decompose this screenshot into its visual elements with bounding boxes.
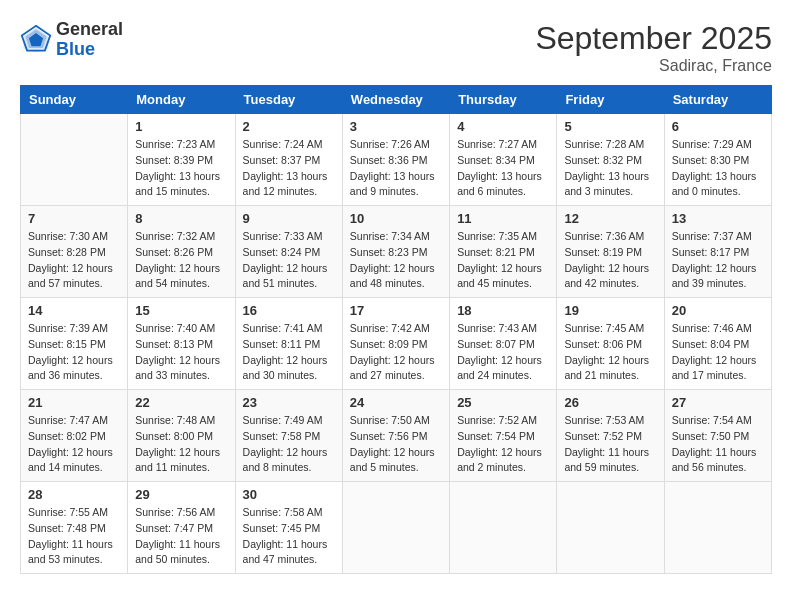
day-info: Sunrise: 7:29 AMSunset: 8:30 PMDaylight:… — [672, 137, 764, 200]
weekday-header-monday: Monday — [128, 86, 235, 114]
day-number: 6 — [672, 119, 764, 134]
calendar-cell: 14Sunrise: 7:39 AMSunset: 8:15 PMDayligh… — [21, 298, 128, 390]
day-info: Sunrise: 7:41 AMSunset: 8:11 PMDaylight:… — [243, 321, 335, 384]
day-number: 1 — [135, 119, 227, 134]
calendar-cell: 18Sunrise: 7:43 AMSunset: 8:07 PMDayligh… — [450, 298, 557, 390]
calendar-cell: 28Sunrise: 7:55 AMSunset: 7:48 PMDayligh… — [21, 482, 128, 574]
day-number: 17 — [350, 303, 442, 318]
page-header: General Blue September 2025 Sadirac, Fra… — [20, 20, 772, 75]
calendar-cell — [450, 482, 557, 574]
day-number: 10 — [350, 211, 442, 226]
calendar-cell: 22Sunrise: 7:48 AMSunset: 8:00 PMDayligh… — [128, 390, 235, 482]
day-number: 14 — [28, 303, 120, 318]
day-number: 28 — [28, 487, 120, 502]
logo: General Blue — [20, 20, 123, 60]
day-info: Sunrise: 7:56 AMSunset: 7:47 PMDaylight:… — [135, 505, 227, 568]
weekday-header-wednesday: Wednesday — [342, 86, 449, 114]
calendar-cell: 2Sunrise: 7:24 AMSunset: 8:37 PMDaylight… — [235, 114, 342, 206]
day-number: 5 — [564, 119, 656, 134]
calendar-cell: 7Sunrise: 7:30 AMSunset: 8:28 PMDaylight… — [21, 206, 128, 298]
day-info: Sunrise: 7:50 AMSunset: 7:56 PMDaylight:… — [350, 413, 442, 476]
day-info: Sunrise: 7:23 AMSunset: 8:39 PMDaylight:… — [135, 137, 227, 200]
weekday-header-sunday: Sunday — [21, 86, 128, 114]
day-info: Sunrise: 7:48 AMSunset: 8:00 PMDaylight:… — [135, 413, 227, 476]
calendar-week-row: 1Sunrise: 7:23 AMSunset: 8:39 PMDaylight… — [21, 114, 772, 206]
day-number: 30 — [243, 487, 335, 502]
calendar-cell: 1Sunrise: 7:23 AMSunset: 8:39 PMDaylight… — [128, 114, 235, 206]
day-info: Sunrise: 7:46 AMSunset: 8:04 PMDaylight:… — [672, 321, 764, 384]
day-info: Sunrise: 7:30 AMSunset: 8:28 PMDaylight:… — [28, 229, 120, 292]
calendar-cell: 6Sunrise: 7:29 AMSunset: 8:30 PMDaylight… — [664, 114, 771, 206]
weekday-header-tuesday: Tuesday — [235, 86, 342, 114]
calendar-cell: 26Sunrise: 7:53 AMSunset: 7:52 PMDayligh… — [557, 390, 664, 482]
calendar-week-row: 28Sunrise: 7:55 AMSunset: 7:48 PMDayligh… — [21, 482, 772, 574]
calendar-cell: 9Sunrise: 7:33 AMSunset: 8:24 PMDaylight… — [235, 206, 342, 298]
day-info: Sunrise: 7:40 AMSunset: 8:13 PMDaylight:… — [135, 321, 227, 384]
calendar-cell: 5Sunrise: 7:28 AMSunset: 8:32 PMDaylight… — [557, 114, 664, 206]
calendar-cell: 24Sunrise: 7:50 AMSunset: 7:56 PMDayligh… — [342, 390, 449, 482]
calendar-cell — [342, 482, 449, 574]
day-number: 16 — [243, 303, 335, 318]
calendar-cell: 17Sunrise: 7:42 AMSunset: 8:09 PMDayligh… — [342, 298, 449, 390]
logo-text: General Blue — [56, 20, 123, 60]
day-number: 9 — [243, 211, 335, 226]
day-info: Sunrise: 7:32 AMSunset: 8:26 PMDaylight:… — [135, 229, 227, 292]
day-number: 25 — [457, 395, 549, 410]
day-number: 2 — [243, 119, 335, 134]
calendar-cell — [664, 482, 771, 574]
day-info: Sunrise: 7:24 AMSunset: 8:37 PMDaylight:… — [243, 137, 335, 200]
calendar-cell: 8Sunrise: 7:32 AMSunset: 8:26 PMDaylight… — [128, 206, 235, 298]
day-number: 18 — [457, 303, 549, 318]
weekday-header-friday: Friday — [557, 86, 664, 114]
day-info: Sunrise: 7:49 AMSunset: 7:58 PMDaylight:… — [243, 413, 335, 476]
day-info: Sunrise: 7:33 AMSunset: 8:24 PMDaylight:… — [243, 229, 335, 292]
day-info: Sunrise: 7:55 AMSunset: 7:48 PMDaylight:… — [28, 505, 120, 568]
day-number: 23 — [243, 395, 335, 410]
day-info: Sunrise: 7:54 AMSunset: 7:50 PMDaylight:… — [672, 413, 764, 476]
day-number: 29 — [135, 487, 227, 502]
day-number: 13 — [672, 211, 764, 226]
calendar-cell: 12Sunrise: 7:36 AMSunset: 8:19 PMDayligh… — [557, 206, 664, 298]
day-info: Sunrise: 7:58 AMSunset: 7:45 PMDaylight:… — [243, 505, 335, 568]
day-info: Sunrise: 7:39 AMSunset: 8:15 PMDaylight:… — [28, 321, 120, 384]
day-info: Sunrise: 7:36 AMSunset: 8:19 PMDaylight:… — [564, 229, 656, 292]
month-title: September 2025 — [535, 20, 772, 57]
day-number: 24 — [350, 395, 442, 410]
calendar-cell: 3Sunrise: 7:26 AMSunset: 8:36 PMDaylight… — [342, 114, 449, 206]
calendar-week-row: 21Sunrise: 7:47 AMSunset: 8:02 PMDayligh… — [21, 390, 772, 482]
day-info: Sunrise: 7:27 AMSunset: 8:34 PMDaylight:… — [457, 137, 549, 200]
calendar-cell: 29Sunrise: 7:56 AMSunset: 7:47 PMDayligh… — [128, 482, 235, 574]
day-info: Sunrise: 7:43 AMSunset: 8:07 PMDaylight:… — [457, 321, 549, 384]
calendar-table: SundayMondayTuesdayWednesdayThursdayFrid… — [20, 85, 772, 574]
calendar-cell: 23Sunrise: 7:49 AMSunset: 7:58 PMDayligh… — [235, 390, 342, 482]
calendar-cell: 20Sunrise: 7:46 AMSunset: 8:04 PMDayligh… — [664, 298, 771, 390]
weekday-header-saturday: Saturday — [664, 86, 771, 114]
day-number: 8 — [135, 211, 227, 226]
day-info: Sunrise: 7:42 AMSunset: 8:09 PMDaylight:… — [350, 321, 442, 384]
calendar-cell: 21Sunrise: 7:47 AMSunset: 8:02 PMDayligh… — [21, 390, 128, 482]
location: Sadirac, France — [535, 57, 772, 75]
day-number: 11 — [457, 211, 549, 226]
day-info: Sunrise: 7:28 AMSunset: 8:32 PMDaylight:… — [564, 137, 656, 200]
day-info: Sunrise: 7:45 AMSunset: 8:06 PMDaylight:… — [564, 321, 656, 384]
calendar-cell: 15Sunrise: 7:40 AMSunset: 8:13 PMDayligh… — [128, 298, 235, 390]
day-number: 7 — [28, 211, 120, 226]
title-block: September 2025 Sadirac, France — [535, 20, 772, 75]
day-number: 21 — [28, 395, 120, 410]
weekday-header-thursday: Thursday — [450, 86, 557, 114]
day-info: Sunrise: 7:26 AMSunset: 8:36 PMDaylight:… — [350, 137, 442, 200]
day-info: Sunrise: 7:34 AMSunset: 8:23 PMDaylight:… — [350, 229, 442, 292]
day-info: Sunrise: 7:53 AMSunset: 7:52 PMDaylight:… — [564, 413, 656, 476]
day-number: 22 — [135, 395, 227, 410]
calendar-cell: 19Sunrise: 7:45 AMSunset: 8:06 PMDayligh… — [557, 298, 664, 390]
calendar-cell: 16Sunrise: 7:41 AMSunset: 8:11 PMDayligh… — [235, 298, 342, 390]
calendar-week-row: 14Sunrise: 7:39 AMSunset: 8:15 PMDayligh… — [21, 298, 772, 390]
day-info: Sunrise: 7:47 AMSunset: 8:02 PMDaylight:… — [28, 413, 120, 476]
day-info: Sunrise: 7:52 AMSunset: 7:54 PMDaylight:… — [457, 413, 549, 476]
calendar-cell — [21, 114, 128, 206]
day-number: 4 — [457, 119, 549, 134]
calendar-cell: 27Sunrise: 7:54 AMSunset: 7:50 PMDayligh… — [664, 390, 771, 482]
day-info: Sunrise: 7:35 AMSunset: 8:21 PMDaylight:… — [457, 229, 549, 292]
calendar-cell: 10Sunrise: 7:34 AMSunset: 8:23 PMDayligh… — [342, 206, 449, 298]
day-info: Sunrise: 7:37 AMSunset: 8:17 PMDaylight:… — [672, 229, 764, 292]
